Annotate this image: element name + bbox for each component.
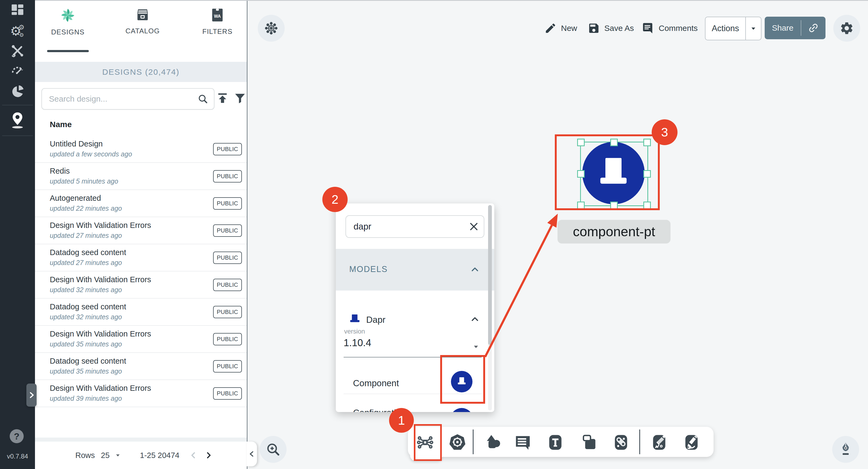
new-label: New	[561, 24, 577, 33]
design-name: Design With Validation Errors	[50, 330, 151, 338]
version-select-caret-icon[interactable]	[472, 343, 480, 351]
shapes-tool[interactable]	[484, 433, 503, 452]
prev-page-button[interactable]	[189, 442, 198, 469]
dashboard-icon[interactable]	[0, 3, 35, 16]
visibility-badge: PUBLIC	[213, 279, 242, 291]
design-updated: updated 5 minutes ago	[50, 177, 118, 185]
collapse-section-icon[interactable]	[470, 265, 479, 274]
model-name-label[interactable]: Dapr	[366, 315, 385, 325]
help-button[interactable]: ?	[10, 429, 24, 443]
actions-split-button[interactable]: Actions	[705, 16, 762, 40]
design-name: Design With Validation Errors	[50, 221, 151, 230]
svg-text:WA: WA	[214, 14, 221, 19]
rows-per-page-select[interactable]: 25	[101, 442, 110, 469]
copy-link-button[interactable]	[801, 22, 826, 34]
chevron-right-icon	[27, 391, 35, 399]
design-list-item[interactable]: Datadog seed content updated 32 minutes …	[35, 299, 247, 326]
performance-gauge-icon[interactable]	[0, 62, 35, 77]
text-icon	[546, 433, 565, 452]
svg-text:⚙: ⚙	[19, 32, 24, 38]
models-section-header[interactable]: MODELS	[336, 249, 494, 291]
models-section-label: MODELS	[349, 265, 388, 274]
component-row-label[interactable]: Component	[353, 378, 399, 389]
new-button[interactable]: New	[544, 16, 577, 40]
design-name: Untitled Design	[50, 139, 103, 148]
visibility-badge: PUBLIC	[213, 170, 242, 182]
design-updated: updated 32 minutes ago	[50, 286, 122, 294]
rows-label: Rows	[75, 442, 95, 469]
comments-button[interactable]: Comments	[642, 16, 698, 40]
design-updated: updated 35 minutes ago	[50, 340, 122, 348]
annotation-step-1: 1	[389, 408, 414, 433]
note-tool[interactable]	[580, 433, 599, 452]
rail-expand-handle[interactable]	[26, 383, 37, 407]
design-updated: updated 39 minutes ago	[50, 395, 122, 402]
doodle-tool[interactable]	[682, 433, 701, 452]
dock-divider	[639, 430, 640, 454]
share-label: Share	[765, 23, 801, 33]
popup-scrollbar-thumb[interactable]	[488, 205, 492, 345]
shapes-icon	[484, 432, 503, 453]
tab-catalog-label: CATALOG	[125, 27, 160, 35]
actions-dropdown-caret[interactable]	[746, 25, 761, 32]
settings-button[interactable]	[833, 15, 860, 42]
tab-catalog[interactable]: CATALOG	[113, 7, 172, 35]
text-tool[interactable]	[546, 433, 565, 452]
chain-link-icon	[612, 433, 630, 452]
design-list-item[interactable]: Redis updated 5 minutes ago PUBLIC	[35, 163, 247, 190]
next-page-button[interactable]	[204, 442, 213, 469]
svg-text:⚙: ⚙	[19, 23, 25, 31]
design-list-item[interactable]: Datadog seed content updated 27 minutes …	[35, 244, 247, 271]
meshery-pie-icon[interactable]	[0, 84, 35, 99]
filter-designs-icon[interactable]	[234, 92, 246, 105]
link-tool[interactable]	[612, 433, 630, 452]
column-name-label: Name	[50, 120, 72, 129]
design-name: Design With Validation Errors	[50, 384, 151, 393]
visibility-badge: PUBLIC	[213, 306, 242, 318]
kanvas-pin-icon[interactable]	[0, 111, 35, 129]
design-name: Datadog seed content	[50, 357, 126, 366]
visibility-badge: PUBLIC	[213, 197, 242, 210]
gear-icon	[839, 21, 854, 35]
zoom-button[interactable]	[260, 436, 286, 463]
mesh-cluster-button[interactable]	[258, 15, 285, 42]
design-list-item[interactable]: Design With Validation Errors updated 35…	[35, 326, 247, 353]
design-updated: updated 32 minutes ago	[50, 313, 122, 321]
search-icon[interactable]	[197, 93, 214, 105]
comment-tool[interactable]	[514, 433, 532, 452]
rows-select-caret-icon[interactable]	[114, 442, 121, 469]
toolkit-icon[interactable]	[0, 43, 35, 58]
design-list-item[interactable]: Untitled Design updated a few seconds ag…	[35, 136, 247, 163]
dapr-configuration-shape-icon[interactable]	[451, 408, 473, 412]
save-icon	[588, 22, 600, 34]
share-split-button[interactable]: Share	[765, 16, 826, 39]
model-search-input[interactable]	[346, 221, 468, 232]
annotation-step-3: 3	[652, 119, 678, 145]
tab-designs[interactable]: DESIGNS	[38, 7, 97, 36]
design-list-item[interactable]: Datadog seed content updated 35 minutes …	[35, 353, 247, 380]
save-as-button[interactable]: Save As	[588, 16, 634, 40]
version-label: version	[344, 328, 365, 335]
publish-design-icon[interactable]	[216, 91, 229, 105]
design-mode-button[interactable]	[832, 436, 859, 463]
design-list-item[interactable]: Design With Validation Errors updated 32…	[35, 271, 247, 299]
rail-divider	[2, 135, 33, 136]
settings-gears-icon[interactable]: ⚙ ⚙ ⚙	[0, 23, 35, 39]
pen-tool[interactable]	[650, 433, 669, 452]
collapse-model-icon[interactable]	[470, 315, 479, 324]
wasm-filters-icon: WA	[210, 7, 224, 23]
design-search-input[interactable]	[42, 94, 197, 103]
design-name: Design With Validation Errors	[50, 275, 151, 284]
designs-table-header: Name	[35, 115, 247, 136]
design-updated: updated 27 minutes ago	[50, 232, 122, 239]
design-list-item[interactable]: Design With Validation Errors updated 39…	[35, 380, 247, 407]
design-list-item[interactable]: Design With Validation Errors updated 27…	[35, 217, 247, 244]
kubernetes-tool[interactable]	[448, 433, 467, 452]
version-select-value[interactable]: 1.10.4	[344, 337, 371, 348]
visibility-badge: PUBLIC	[213, 333, 242, 345]
design-list-item[interactable]: Autogenerated updated 22 minutes ago PUB…	[35, 190, 247, 217]
node-name-label[interactable]: component-pt	[558, 220, 671, 243]
clear-search-icon[interactable]	[468, 221, 486, 232]
panel-collapse-handle[interactable]	[247, 442, 257, 466]
tab-filters[interactable]: WA FILTERS	[188, 7, 247, 36]
